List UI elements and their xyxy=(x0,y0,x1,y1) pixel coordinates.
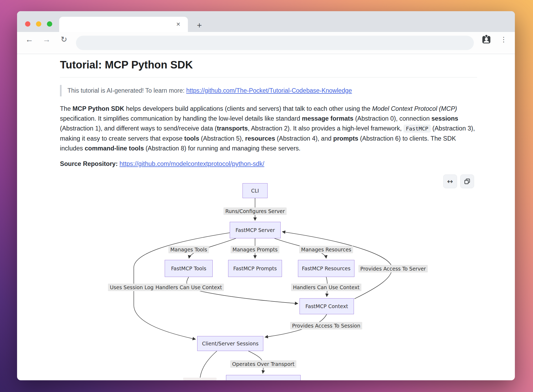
tab-strip: ✕ + xyxy=(17,11,515,32)
edge-label-handlers-can-use-context-left: Handlers Can Use Context xyxy=(154,284,224,291)
edge-label-cutoff-fragment xyxy=(183,378,217,380)
close-window-button[interactable] xyxy=(25,21,30,27)
diagram-node-fastmcp-resources: FastMCP Resources xyxy=(298,260,354,277)
edge-label-uses-session-logic: Uses Session Logic xyxy=(108,284,160,291)
edge-label-provides-access-to-server: Provides Access To Server xyxy=(358,265,428,272)
browser-tab[interactable]: ✕ xyxy=(59,17,188,32)
page-title: Tutorial: MCP Python SDK xyxy=(60,59,477,77)
diagram-node-fastmcp-context: FastMCP Context xyxy=(300,298,354,314)
edge-label-manages-tools: Manages Tools xyxy=(168,246,209,253)
kebab-menu-icon[interactable]: ⋮ xyxy=(498,34,509,45)
address-bar-input[interactable] xyxy=(76,36,474,50)
minimize-window-button[interactable] xyxy=(36,21,41,27)
browser-window: ✕ + ← → ↻ ⋮ Tutorial: MCP Python SDK Thi… xyxy=(17,11,515,380)
intro-paragraph: The MCP Python SDK helps developers buil… xyxy=(60,104,475,153)
diagram-node-transports-cutoff xyxy=(226,375,301,380)
diagram-node-fastmcp-prompts: FastMCP Prompts xyxy=(228,260,282,277)
tab-close-icon[interactable]: ✕ xyxy=(175,21,182,28)
back-icon[interactable]: ← xyxy=(23,34,35,45)
diagram-node-client-server-sessions: Client/Server Sessions xyxy=(197,336,263,351)
mermaid-diagram: ↔ xyxy=(17,160,515,380)
edge-label-manages-resources: Manages Resources xyxy=(299,246,353,253)
browser-toolbar: ← → ↻ ⋮ xyxy=(17,32,515,54)
ai-generated-note: This tutorial is AI-generated! To learn … xyxy=(60,85,477,96)
diagram-node-fastmcp-server: FastMCP Server xyxy=(230,222,281,238)
maximize-window-button[interactable] xyxy=(47,21,52,27)
page-content: Tutorial: MCP Python SDK This tutorial i… xyxy=(17,54,515,168)
edge-label-operates-over-transport: Operates Over Transport xyxy=(230,360,296,368)
note-text: This tutorial is AI-generated! To learn … xyxy=(67,87,186,94)
diagram-node-cli: CLI xyxy=(243,183,268,198)
tutorial-codebase-link[interactable]: https://github.com/The-Pocket/Tutorial-C… xyxy=(186,87,352,94)
edge-label-handlers-can-use-context-right: Handlers Can Use Context xyxy=(291,284,361,291)
diagram-node-fastmcp-tools: FastMCP Tools xyxy=(165,260,213,277)
edge-label-provides-access-to-session: Provides Access To Session xyxy=(290,322,362,329)
reload-icon[interactable]: ↻ xyxy=(58,34,70,45)
profile-badge-icon[interactable] xyxy=(481,34,492,44)
edge-label-manages-prompts: Manages Prompts xyxy=(231,246,279,253)
new-tab-button[interactable]: + xyxy=(195,21,204,30)
edge-label-runs-configures-server: Runs/Configures Server xyxy=(223,207,286,215)
forward-icon[interactable]: → xyxy=(41,34,53,45)
